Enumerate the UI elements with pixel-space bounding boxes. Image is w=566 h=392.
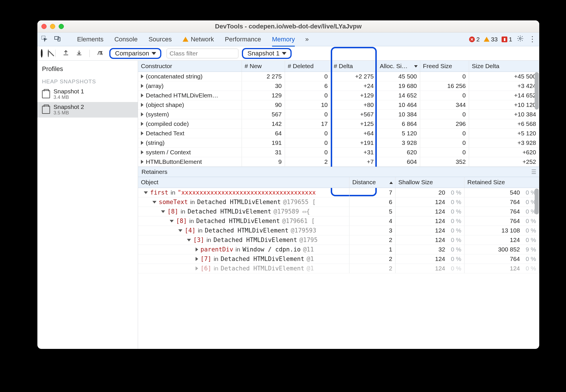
delta-count: +2 275 [331, 72, 377, 81]
close-icon[interactable] [41, 24, 47, 29]
freed-size: 352 [420, 157, 469, 166]
table-row[interactable]: (array) 30 6 +24 19 680 16 256 +3 424 [138, 81, 539, 91]
expand-icon[interactable] [141, 141, 144, 145]
expand-icon[interactable] [141, 112, 144, 116]
column-header[interactable]: # Delta [331, 61, 377, 72]
expand-icon[interactable] [141, 131, 144, 135]
tab-memory[interactable]: Memory [272, 36, 295, 43]
zoom-icon[interactable] [59, 24, 64, 29]
retainer-row[interactable]: first in "xxxxxxxxxxxxxxxxxxxxxxxxxxxxxx… [138, 188, 539, 197]
retainer-row[interactable]: [3] in Detached HTMLDivElement @1795 2 1… [138, 235, 539, 245]
collapse-icon[interactable] [187, 239, 191, 241]
gc-icon[interactable] [96, 49, 104, 57]
retainer-key: parentDiv [200, 246, 233, 253]
constructor-name: (concatenated string) [146, 73, 202, 80]
tab-network[interactable]: Network [183, 36, 214, 43]
clear-icon[interactable] [48, 50, 49, 57]
retainer-row[interactable]: [7] in Detached HTMLDivElement @1 2 1240… [138, 254, 539, 264]
deleted-count: 0 [285, 91, 331, 100]
column-header[interactable]: Object [138, 177, 349, 188]
collapse-icon[interactable] [144, 191, 148, 194]
table-row[interactable]: Detached HTMLDivElem… 129 0 +129 14 652 … [138, 91, 539, 100]
column-header[interactable]: Freed Size [420, 61, 469, 72]
tab-performance[interactable]: Performance [225, 36, 261, 43]
collapse-icon[interactable] [161, 210, 165, 213]
tab-elements[interactable]: Elements [77, 36, 104, 43]
retained-size: 5400 % [464, 188, 539, 197]
base-snapshot-select[interactable]: Snapshot 1 [242, 48, 292, 59]
table-row[interactable]: (system) 567 0 +567 10 384 0 +10 384 [138, 109, 539, 119]
tab-console[interactable]: Console [114, 36, 138, 43]
retainer-row[interactable]: [6] in Detached HTMLDivElement @1 2 1240… [138, 264, 539, 273]
table-row[interactable]: HTMLButtonElement 9 2 +7 604 352 +252 [138, 157, 539, 166]
settings-gear-icon[interactable] [516, 35, 524, 43]
retainer-row[interactable]: parentDiv in Window / cdpn.io @11 1 320 … [138, 245, 539, 254]
class-filter-input[interactable] [167, 49, 238, 58]
view-mode-select[interactable]: Comparison [109, 48, 161, 59]
in-label: in [206, 237, 211, 243]
retainers-scrollbar[interactable] [535, 189, 539, 295]
column-header[interactable]: Retained Size [464, 177, 539, 188]
issue-counter[interactable]: ▮ 1 [502, 36, 512, 43]
table-row[interactable]: system / Context 31 0 +31 620 0 +620 [138, 147, 539, 157]
tab-sources[interactable]: Sources [148, 36, 172, 43]
retainer-key: [4] [185, 227, 196, 234]
expand-icon[interactable] [196, 257, 198, 261]
collapse-icon[interactable] [170, 220, 174, 222]
snapshot-item[interactable]: Snapshot 2 3.5 MB [37, 102, 138, 118]
expand-icon[interactable] [141, 74, 144, 78]
more-tabs-icon[interactable]: » [305, 36, 309, 43]
column-header[interactable]: Constructor [138, 61, 242, 72]
table-row[interactable]: (compiled code) 142 17 +125 6 864 296 +6… [138, 119, 539, 128]
retainer-row[interactable]: someText in Detached HTMLDivElement @179… [138, 197, 539, 207]
column-header[interactable]: Size Delta [469, 61, 539, 72]
minimize-icon[interactable] [50, 24, 55, 29]
table-row[interactable]: Detached Text 64 0 +64 5 120 0 +5 120 [138, 128, 539, 138]
expand-icon[interactable] [141, 160, 144, 164]
delta-count: +64 [331, 128, 377, 138]
expand-icon[interactable] [141, 122, 144, 126]
kebab-menu-icon[interactable]: ⋮ [528, 35, 536, 44]
retainer-address: @1 [307, 255, 314, 262]
table-row[interactable]: (string) 191 0 +191 3 928 0 +3 928 [138, 138, 539, 147]
save-profile-icon[interactable] [75, 49, 83, 57]
inspect-icon[interactable] [40, 35, 48, 43]
retainers-menu-icon[interactable]: ☰ [531, 168, 536, 175]
retainer-row[interactable]: [8] in Detached HTMLDivElement @179661 [… [138, 216, 539, 226]
column-header[interactable]: Shallow Size [395, 177, 464, 188]
expand-icon[interactable] [196, 266, 198, 270]
device-icon[interactable] [53, 35, 62, 43]
retainer-row[interactable]: [4] in Detached HTMLDivElement @179593 3… [138, 226, 539, 235]
new-count: 2 275 [242, 72, 285, 81]
table-row[interactable]: (object shape) 90 10 +80 10 464 344 +10 … [138, 100, 539, 109]
size-delta: +45 500 [469, 72, 539, 81]
column-header[interactable]: # Deleted [285, 61, 331, 72]
table-row[interactable]: (concatenated string) 2 275 0 +2 275 45 … [138, 72, 539, 81]
delta-count: +191 [331, 138, 377, 147]
column-header[interactable]: Alloc. Si… [377, 61, 420, 72]
collapse-icon[interactable] [152, 201, 156, 203]
issue-count: 1 [509, 36, 512, 43]
divider [89, 50, 90, 57]
expand-icon[interactable] [141, 103, 144, 107]
load-profile-icon[interactable] [62, 49, 70, 57]
freed-size: 0 [420, 72, 469, 81]
snapshot-item[interactable]: Snapshot 1 3.4 MB [37, 87, 138, 102]
column-header[interactable]: Distance [349, 177, 395, 188]
retainer-key: someText [159, 199, 188, 205]
retainer-row[interactable]: [8] in Detached HTMLDivElement @179589 ▭… [138, 207, 539, 216]
error-counter[interactable]: ✕ 2 [469, 36, 480, 43]
profiles-heading: Profiles [37, 64, 138, 77]
warning-counter[interactable]: 33 [484, 36, 498, 43]
record-icon[interactable] [41, 50, 43, 57]
constructor-grid: Constructor# New# Deleted# DeltaAlloc. S… [138, 61, 539, 167]
column-header[interactable]: # New [242, 61, 285, 72]
expand-icon[interactable] [141, 150, 144, 154]
expand-icon[interactable] [196, 247, 198, 251]
collapse-icon[interactable] [178, 229, 182, 232]
expand-icon[interactable] [141, 84, 144, 88]
expand-icon[interactable] [141, 93, 144, 97]
in-label: in [171, 189, 175, 196]
retainer-type: Window / cdpn.io [242, 246, 301, 253]
new-count: 191 [242, 138, 285, 147]
